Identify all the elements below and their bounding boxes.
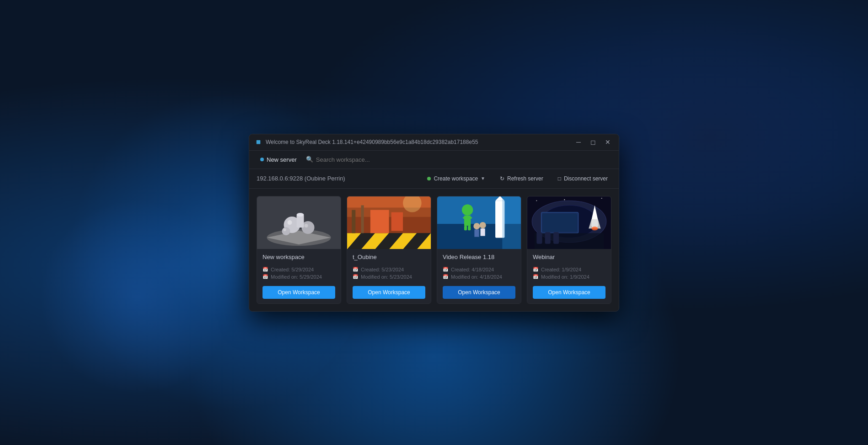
svg-point-8 bbox=[282, 227, 290, 235]
create-workspace-button[interactable]: Create workspace ▼ bbox=[423, 174, 489, 184]
modified-date-text-video-release: Modified on: 4/18/2024 bbox=[451, 274, 502, 280]
workspace-info-new-workspace: New workspace 📅 Created: 5/29/2024 📅 Mod… bbox=[257, 249, 341, 303]
workspace-title-t-oubine: t_Oubine bbox=[353, 254, 425, 260]
svg-rect-59 bbox=[545, 232, 551, 244]
title-bar: Welcome to SkyReal Deck 1.18.141+e424909… bbox=[249, 134, 619, 151]
svg-rect-34 bbox=[464, 226, 467, 230]
calendar-modified-icon-webinar: 📅 bbox=[533, 274, 538, 279]
svg-rect-24 bbox=[391, 212, 403, 231]
svg-point-36 bbox=[473, 223, 480, 229]
workspace-card-webinar: Webinar 📅 Created: 1/9/2024 📅 Modified o… bbox=[527, 196, 611, 304]
svg-rect-6 bbox=[297, 215, 304, 228]
svg-point-56 bbox=[591, 227, 598, 230]
new-server-button[interactable]: New server bbox=[257, 154, 300, 165]
open-workspace-button-t-oubine[interactable]: Open Workspace bbox=[353, 286, 425, 299]
calendar-created-icon-t-oubine: 📅 bbox=[353, 267, 358, 272]
workspace-card-video-release: Video Release 1.18 📅 Created: 4/18/2024 … bbox=[437, 196, 521, 304]
search-input[interactable] bbox=[316, 156, 611, 163]
disconnect-server-button[interactable]: □ Disconnect server bbox=[554, 174, 611, 184]
svg-rect-57 bbox=[534, 233, 604, 249]
svg-point-44 bbox=[564, 199, 565, 200]
open-workspace-button-video-release[interactable]: Open Workspace bbox=[443, 286, 515, 299]
svg-rect-33 bbox=[468, 217, 472, 218]
workspace-info-webinar: Webinar 📅 Created: 1/9/2024 📅 Modified o… bbox=[527, 249, 611, 303]
workspace-dates-video-release: 📅 Created: 4/18/2024 📅 Modified on: 4/18… bbox=[443, 267, 515, 280]
svg-point-46 bbox=[601, 198, 602, 199]
maximize-button[interactable]: ◻ bbox=[588, 137, 599, 148]
workspace-card-t-oubine: t_Oubine 📅 Created: 5/23/2024 📅 Modified… bbox=[347, 196, 431, 304]
disconnect-icon: □ bbox=[558, 175, 561, 182]
workspace-title-webinar: Webinar bbox=[533, 254, 605, 260]
disconnect-server-label: Disconnect server bbox=[564, 175, 608, 182]
thumbnail-svg-video-release bbox=[437, 196, 521, 249]
close-button[interactable]: ✕ bbox=[602, 137, 613, 148]
modified-date-text: Modified on: 5/29/2024 bbox=[271, 274, 322, 280]
created-date-video-release: 📅 Created: 4/18/2024 bbox=[443, 267, 515, 272]
open-workspace-button-webinar[interactable]: Open Workspace bbox=[533, 286, 605, 299]
modified-date-text-webinar: Modified on: 1/9/2024 bbox=[541, 274, 589, 280]
svg-point-42 bbox=[536, 200, 537, 201]
modified-date-text-t-oubine: Modified on: 5/23/2024 bbox=[361, 274, 412, 280]
created-date-text-t-oubine: Created: 5/23/2024 bbox=[361, 267, 404, 272]
calendar-created-icon-video-release: 📅 bbox=[443, 267, 448, 272]
created-date-text: Created: 5/29/2024 bbox=[271, 267, 314, 272]
workspace-info-t-oubine: t_Oubine 📅 Created: 5/23/2024 📅 Modified… bbox=[347, 249, 431, 303]
thumbnail-t-oubine bbox=[347, 196, 431, 249]
calendar-modified-icon: 📅 bbox=[263, 274, 268, 279]
calendar-modified-icon-t-oubine: 📅 bbox=[353, 274, 358, 279]
modified-date-new-workspace: 📅 Modified on: 5/29/2024 bbox=[263, 274, 335, 280]
created-date-webinar: 📅 Created: 1/9/2024 bbox=[533, 267, 605, 272]
refresh-icon: ↻ bbox=[500, 175, 504, 182]
svg-point-7 bbox=[297, 213, 304, 217]
calendar-modified-icon-video-release: 📅 bbox=[443, 274, 448, 279]
server-name: 192.168.0.6:9228 (Oubine Perrin) bbox=[257, 175, 345, 182]
open-workspace-button-new-workspace[interactable]: Open Workspace bbox=[263, 286, 335, 299]
workspace-dates-new-workspace: 📅 Created: 5/29/2024 📅 Modified on: 5/29… bbox=[263, 267, 335, 280]
svg-point-5 bbox=[305, 224, 308, 228]
created-date-new-workspace: 📅 Created: 5/29/2024 bbox=[263, 267, 335, 272]
window-title: Welcome to SkyReal Deck 1.18.141+e424909… bbox=[266, 139, 478, 145]
thumbnail-svg-new-workspace bbox=[257, 196, 341, 249]
svg-rect-60 bbox=[553, 232, 559, 244]
thumbnail-video-release bbox=[437, 196, 521, 249]
workspace-dates-t-oubine: 📅 Created: 5/23/2024 📅 Modified on: 5/23… bbox=[353, 267, 425, 280]
workspace-dates-webinar: 📅 Created: 1/9/2024 📅 Modified on: 1/9/2… bbox=[533, 267, 605, 280]
svg-rect-37 bbox=[474, 229, 479, 237]
svg-point-9 bbox=[284, 228, 286, 231]
workspace-card-new-workspace: New workspace 📅 Created: 5/29/2024 📅 Mod… bbox=[257, 196, 341, 304]
refresh-server-label: Refresh server bbox=[507, 175, 543, 182]
created-date-text-video-release: Created: 4/18/2024 bbox=[451, 267, 494, 272]
modified-date-webinar: 📅 Modified on: 1/9/2024 bbox=[533, 274, 605, 280]
refresh-server-button[interactable]: ↻ Refresh server bbox=[496, 174, 547, 184]
server-header: 192.168.0.6:9228 (Oubine Perrin) Create … bbox=[249, 169, 619, 189]
server-actions: Create workspace ▼ ↻ Refresh server □ Di… bbox=[423, 174, 611, 184]
minimize-button[interactable]: ─ bbox=[573, 137, 584, 148]
thumbnail-svg-webinar bbox=[527, 196, 611, 249]
thumbnail-webinar bbox=[527, 196, 611, 249]
svg-rect-51 bbox=[543, 213, 577, 232]
app-icon bbox=[255, 138, 262, 146]
search-icon: 🔍 bbox=[306, 156, 313, 163]
svg-rect-23 bbox=[370, 210, 389, 233]
svg-rect-35 bbox=[468, 226, 471, 230]
calendar-created-icon: 📅 bbox=[263, 267, 268, 272]
svg-rect-58 bbox=[536, 232, 542, 244]
created-date-text-webinar: Created: 1/9/2024 bbox=[541, 267, 581, 272]
toolbar: New server 🔍 bbox=[249, 151, 619, 169]
svg-rect-32 bbox=[463, 217, 466, 218]
workspace-grid: New workspace 📅 Created: 5/29/2024 📅 Mod… bbox=[257, 196, 611, 304]
new-server-label: New server bbox=[267, 156, 297, 163]
title-bar-controls: ─ ◻ ✕ bbox=[573, 137, 613, 148]
content-area: New workspace 📅 Created: 5/29/2024 📅 Mod… bbox=[249, 189, 619, 311]
create-workspace-label: Create workspace bbox=[434, 175, 478, 182]
workspace-title-new-workspace: New workspace bbox=[263, 254, 335, 260]
main-window: Welcome to SkyReal Deck 1.18.141+e424909… bbox=[249, 134, 619, 312]
calendar-created-icon-webinar: 📅 bbox=[533, 267, 538, 272]
svg-rect-21 bbox=[352, 210, 355, 233]
modified-date-t-oubine: 📅 Modified on: 5/23/2024 bbox=[353, 274, 425, 280]
title-bar-left: Welcome to SkyReal Deck 1.18.141+e424909… bbox=[255, 138, 478, 146]
workspace-info-video-release: Video Release 1.18 📅 Created: 4/18/2024 … bbox=[437, 249, 521, 303]
diamond-icon bbox=[255, 138, 263, 146]
green-dot-icon bbox=[427, 177, 431, 180]
search-wrapper: 🔍 bbox=[306, 156, 611, 163]
